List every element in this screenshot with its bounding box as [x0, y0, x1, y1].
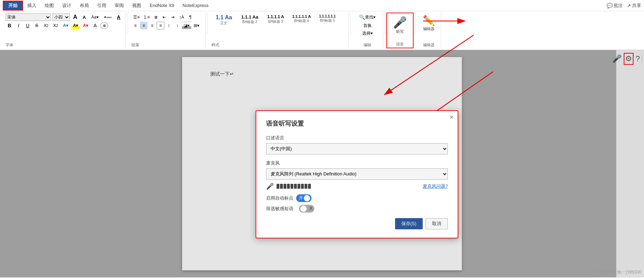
mic-bar-4 [287, 184, 290, 189]
replace-button[interactable]: 首换 [362, 22, 373, 29]
tab-references[interactable]: 引用 [93, 1, 110, 10]
tab-home[interactable]: 开始 [3, 1, 23, 11]
select-button[interactable]: 选择 ▾ [360, 29, 374, 37]
editor-button[interactable]: ✏️ 编辑器 [420, 13, 438, 33]
align-right-button[interactable]: ≡ [148, 22, 156, 29]
shading-button[interactable]: ◪▾ [182, 22, 191, 29]
style-heading2[interactable]: 1.1.1 Aa BH标题 2 [237, 13, 262, 36]
text-style-button[interactable]: A [115, 13, 122, 21]
tab-noteexpress[interactable]: NoteExpress [178, 1, 213, 9]
font-size-select[interactable]: 小四 [52, 13, 70, 21]
editor-group-label: 编辑器 [423, 42, 435, 48]
share-icon: ↗ [627, 3, 631, 8]
save-button[interactable]: 保存(S) [395, 218, 423, 229]
toggle-knob [304, 195, 310, 201]
filter-toggle[interactable]: 关 [299, 205, 314, 213]
cancel-button[interactable]: 取消 [425, 218, 448, 229]
edit-group: 🔍 查找 ▾ 首换 选择 ▾ 编辑 [352, 13, 383, 48]
auto-punct-toggle[interactable]: 开 [296, 194, 312, 202]
dictate-button[interactable]: 🎤 听写 [390, 14, 410, 36]
tab-view[interactable]: 视图 [128, 1, 145, 10]
filter-row: 筛选敏感短语 关 [266, 205, 448, 213]
para-row-2: ≡ ≡ ≡ ≡ ⫶ ↕ ◪▾ ⊞▾ [131, 22, 201, 29]
mic-problem-link[interactable]: 麦克风问题? [423, 183, 448, 189]
align-left-button[interactable]: ≡ [131, 22, 139, 29]
styles-scroll-down[interactable]: ▼ [342, 21, 344, 29]
styles-scroll-up[interactable]: ▲ [342, 13, 344, 21]
tab-review[interactable]: 审阅 [110, 1, 128, 10]
bold-button[interactable]: B [6, 22, 13, 29]
font-color2-button[interactable]: A▾ [81, 22, 90, 29]
increase-indent-button[interactable]: ⇥ [169, 13, 177, 21]
tab-draw[interactable]: 绘图 [41, 1, 58, 10]
styles-expand[interactable]: ⊡ [342, 29, 344, 36]
auto-punct-row: 启用自动标点 开 [266, 194, 448, 202]
columns-button[interactable]: ⫶ [165, 22, 173, 29]
styles-grid: 1.1 Aa 正文 1.1.1 Aa BH标题 2 1.1.1.1 A BH标题… [212, 13, 344, 36]
share-button[interactable]: ↗ 共享 [627, 2, 641, 9]
speech-settings-dialog: × 语音听写设置 口述语言 中文(中国) English (US) 日本語 한국… [256, 110, 458, 238]
mic-label: 麦克风 [266, 160, 448, 166]
line-spacing-button[interactable]: ↕ [173, 22, 181, 29]
auto-punct-toggle-text: 开 [298, 195, 303, 201]
paragraph-group: ☰≡ 1.≡ ≣ ⇤ ⇥ ↕A ¶ ≡ ≡ ≡ ≡ ⫶ ↕ ◪▾ ⊞▾ [129, 13, 206, 48]
clear-format-button[interactable]: ✦wen [102, 13, 114, 21]
subscript-button[interactable]: X2 [42, 22, 50, 29]
find-button[interactable]: 🔍 查找 ▾ [357, 13, 377, 21]
font-shrink-button[interactable]: A [80, 13, 88, 21]
styles-group: 1.1 Aa 正文 1.1.1 Aa BH标题 2 1.1.1.1 A BH标题… [209, 13, 349, 48]
filter-label: 筛选敏感短语 [266, 206, 293, 212]
justify-button[interactable]: ≡ [157, 22, 164, 29]
text-effect-button[interactable]: A [91, 22, 99, 29]
align-center-button[interactable]: ≡ [140, 22, 148, 29]
sort-button[interactable]: ↕A [177, 13, 186, 21]
style-normal[interactable]: 1.1 Aa 正文 [212, 13, 236, 36]
borders-button[interactable]: ⊞▾ [192, 22, 201, 29]
mic-select[interactable]: 麦克风阵列 (Realtek High Definition Audio) 默认… [266, 168, 448, 180]
mic-bar-5 [291, 184, 293, 189]
highlight-button[interactable]: A▾ [71, 22, 80, 29]
comment-button[interactable]: 💬 批注 [607, 2, 623, 9]
font-grow-button[interactable]: A [71, 13, 79, 21]
language-select[interactable]: 中文(中国) English (US) 日本語 한국어 [266, 143, 448, 154]
change-case-button[interactable]: Aa▾ [90, 13, 100, 21]
tab-endnote[interactable]: EndNote X9 [145, 1, 178, 9]
italic-button[interactable]: I [15, 22, 22, 29]
mic-level-row: 🎤 麦克风问题? [266, 182, 448, 190]
paragraph-group-label: 段落 [131, 42, 139, 48]
multilevel-button[interactable]: ≣ [152, 13, 160, 21]
font-family-select[interactable]: 宋体 [6, 13, 51, 21]
bullets-button[interactable]: ☰≡ [131, 13, 141, 21]
mic-bar-10 [308, 184, 311, 189]
style-heading3[interactable]: 1.1.1.1 A BH标题 3 [263, 13, 288, 36]
mic-bar-3 [284, 184, 286, 189]
tab-design[interactable]: 设计 [58, 1, 76, 10]
mic-bar-8 [301, 184, 304, 189]
font-group: 宋体 小四 A A Aa▾ ✦wen A B I U S X2 [3, 13, 126, 48]
tab-layout[interactable]: 布局 [76, 1, 93, 10]
decrease-indent-button[interactable]: ⇤ [160, 13, 168, 21]
superscript-button[interactable]: X2 [52, 22, 60, 29]
numbering-button[interactable]: 1.≡ [142, 13, 151, 21]
filter-toggle-knob [300, 206, 307, 212]
circle-button[interactable]: ⊕ [100, 22, 108, 29]
comment-icon: 💬 [607, 3, 613, 8]
strikethrough-button[interactable]: S [33, 22, 41, 29]
font-group-label: 字体 [6, 42, 13, 48]
font-row-1: 宋体 小四 A A Aa▾ ✦wen A [6, 13, 122, 21]
mic-bar-9 [305, 184, 307, 189]
tab-insert[interactable]: 插入 [23, 1, 41, 10]
underline-button[interactable]: U [24, 22, 31, 29]
dialog-buttons: 保存(S) 取消 [266, 218, 448, 229]
show-marks-button[interactable]: ¶ [186, 13, 194, 21]
document-area: 测试一下↵ × 语音听写设置 口述语言 中文(中国) English (US) … [0, 50, 644, 277]
dialog-close-button[interactable]: × [450, 114, 453, 121]
styles-group-label: 样式 [212, 42, 219, 48]
style-heading5[interactable]: 1.1.1.1.1.1 BH标题 5 [315, 13, 339, 36]
mic-level-bars [277, 184, 311, 189]
style-heading4[interactable]: 1.1.1.1.1 A BH标题 4 [289, 13, 314, 36]
ribbon-toolbar: 宋体 小四 A A Aa▾ ✦wen A B I U S X2 [0, 11, 644, 50]
font-controls: 宋体 小四 A A Aa▾ ✦wen A B I U S X2 [6, 13, 122, 29]
font-color-button[interactable]: A▾ [61, 22, 70, 29]
mic-bar-2 [280, 184, 283, 189]
